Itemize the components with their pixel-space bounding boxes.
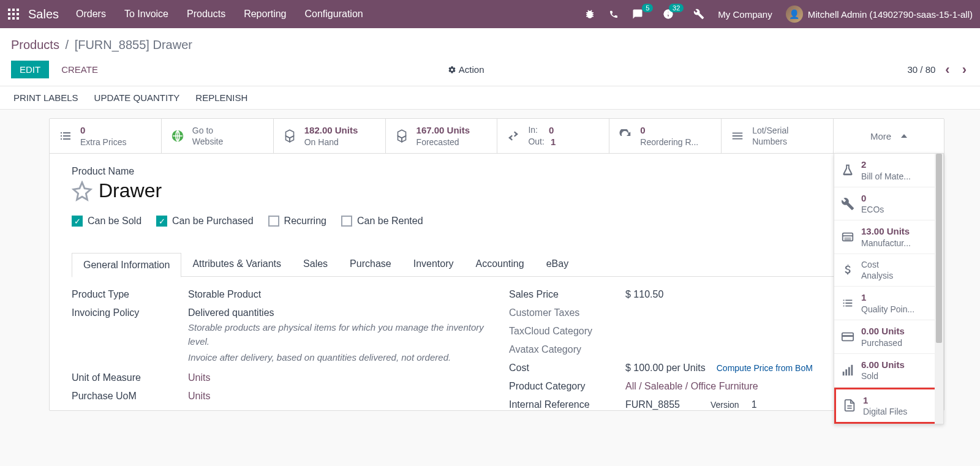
print-labels-button[interactable]: PRINT LABELS [13, 92, 78, 103]
compute-price-link[interactable]: Compute Price from BoM [717, 363, 813, 373]
stat-more[interactable]: More [834, 119, 944, 153]
more-item-5[interactable]: 0.00 UnitsPurchased [834, 320, 943, 354]
chevron-up-icon [901, 134, 907, 138]
nav-to-invoice[interactable]: To Invoice [124, 9, 168, 20]
svg-rect-19 [848, 367, 850, 375]
globe-icon [169, 127, 186, 145]
can-be-sold-checkbox[interactable]: Can be Sold [72, 216, 141, 227]
file-icon [842, 398, 857, 413]
uom-value[interactable]: Units [188, 372, 210, 383]
stat-on-hand[interactable]: 182.00 Units On Hand [274, 119, 386, 153]
tab-sales[interactable]: Sales [292, 252, 339, 276]
stat-buttons-row: 0 Extra Prices Go to Website 182.00 Un [50, 119, 944, 154]
activities-badge: 32 [669, 4, 684, 12]
invoicing-policy-value: Delivered quantities [188, 307, 484, 318]
activities-icon[interactable]: 32 [663, 9, 674, 20]
tab-attributes-variants[interactable]: Attributes & Variants [181, 252, 292, 276]
nav-reporting[interactable]: Reporting [244, 9, 286, 20]
company-name[interactable]: My Company [718, 9, 772, 20]
can-be-rented-checkbox[interactable]: Can be Rented [341, 216, 423, 227]
product-type-label: Product Type [72, 289, 188, 300]
taxcloud-label: TaxCloud Category [509, 326, 625, 337]
svg-rect-16 [842, 335, 853, 337]
customer-taxes-label: Customer Taxes [509, 307, 625, 318]
more-item-7[interactable]: 1Digital Files [834, 388, 943, 424]
tab-ebay[interactable]: eBay [535, 252, 579, 276]
pager-prev[interactable]: ‹ [943, 62, 952, 78]
more-item-0[interactable]: 2Bill of Mate... [834, 154, 943, 187]
status-bar: PRINT LABELS UPDATE QUANTITY REPLENISH [0, 86, 980, 110]
create-button[interactable]: CREATE [61, 64, 98, 75]
nav-configuration[interactable]: Configuration [305, 9, 363, 20]
internal-reference-value: FURN_8855 [625, 399, 680, 410]
tab-inventory[interactable]: Inventory [402, 252, 465, 276]
cost-label: Cost [509, 363, 625, 374]
update-quantity-button[interactable]: UPDATE QUANTITY [94, 92, 180, 103]
top-nav: Sales Orders To Invoice Products Reporti… [0, 0, 980, 28]
flask-icon [840, 163, 855, 178]
user-menu[interactable]: 👤 Mitchell Admin (14902790-saas-15-1-all… [786, 6, 973, 23]
more-item-2[interactable]: 13.00 UnitsManufactur... [834, 220, 943, 254]
more-item-1[interactable]: 0ECOs [834, 187, 943, 221]
svg-rect-2 [17, 9, 19, 11]
edit-button[interactable]: EDIT [11, 61, 49, 78]
svg-rect-17 [843, 371, 845, 375]
phone-icon[interactable] [609, 9, 619, 19]
list-icon [57, 127, 74, 145]
svg-rect-4 [12, 13, 15, 15]
page-header: Products / [FURN_8855] Drawer EDIT CREAT… [0, 28, 980, 86]
recurring-checkbox[interactable]: Recurring [268, 216, 326, 227]
svg-rect-20 [851, 364, 853, 375]
bug-icon[interactable] [584, 9, 595, 20]
stat-extra-prices[interactable]: 0 Extra Prices [50, 119, 162, 153]
action-button[interactable]: Action [448, 64, 484, 75]
tools-icon[interactable] [693, 9, 704, 20]
refresh-icon [617, 127, 634, 145]
form-sheet: 0 Extra Prices Go to Website 182.00 Un [49, 118, 944, 411]
nav-products[interactable]: Products [187, 9, 225, 20]
stat-reordering[interactable]: 0 Reordering R... [609, 119, 722, 153]
cost-value: $ 100.00 per Units [625, 363, 706, 374]
replenish-button[interactable]: REPLENISH [195, 92, 247, 103]
internal-reference-label: Internal Reference [509, 399, 625, 410]
purchase-uom-value[interactable]: Units [188, 391, 210, 402]
app-brand[interactable]: Sales [28, 7, 59, 21]
wrench-icon [840, 197, 855, 211]
conversations-icon[interactable]: 5 [632, 9, 643, 20]
stat-forecasted[interactable]: 167.00 Units Forecasted [386, 119, 498, 153]
stat-in-out[interactable]: In: 0 Out: 1 [497, 119, 609, 153]
svg-rect-5 [17, 13, 19, 15]
product-type-value: Storable Product [188, 289, 261, 300]
stat-lot-serial[interactable]: Lot/Serial Numbers [722, 119, 834, 153]
stat-go-to-website[interactable]: Go to Website [162, 119, 274, 153]
tab-accounting[interactable]: Accounting [465, 252, 535, 276]
nav-orders[interactable]: Orders [76, 9, 106, 20]
pager-text: 30 / 80 [907, 64, 935, 75]
avatar: 👤 [786, 6, 803, 23]
bars-icon [729, 127, 746, 145]
tab-purchase[interactable]: Purchase [339, 252, 402, 276]
tab-general-information[interactable]: General Information [72, 253, 181, 277]
purchase-uom-label: Purchase UoM [72, 391, 188, 402]
can-be-purchased-checkbox[interactable]: Can be Purchased [156, 216, 254, 227]
product-category-value[interactable]: All / Saleable / Office Furniture [625, 381, 758, 392]
more-item-4[interactable]: 1Quality Poin... [834, 287, 943, 320]
pager: 30 / 80 ‹ › [907, 62, 969, 78]
tabs: General Information Attributes & Variant… [72, 252, 922, 277]
star-icon[interactable] [72, 181, 92, 201]
breadcrumb-separator: / [66, 38, 69, 51]
product-category-label: Product Category [509, 381, 625, 392]
svg-rect-1 [12, 9, 15, 11]
more-item-6[interactable]: 6.00 UnitsSold [834, 354, 943, 388]
more-dropdown: 2Bill of Mate...0ECOs13.00 UnitsManufact… [834, 153, 944, 424]
cubes-icon [393, 127, 410, 145]
breadcrumb: Products / [FURN_8855] Drawer [11, 38, 969, 52]
version-value: 1 [752, 399, 757, 410]
apps-icon[interactable] [7, 8, 20, 20]
pager-next[interactable]: › [960, 62, 969, 78]
more-item-3[interactable]: CostAnalysis [834, 254, 943, 287]
conversations-badge: 5 [642, 4, 653, 12]
svg-rect-8 [17, 17, 19, 20]
breadcrumb-root[interactable]: Products [11, 38, 59, 51]
dropdown-scrollbar[interactable] [935, 154, 943, 424]
